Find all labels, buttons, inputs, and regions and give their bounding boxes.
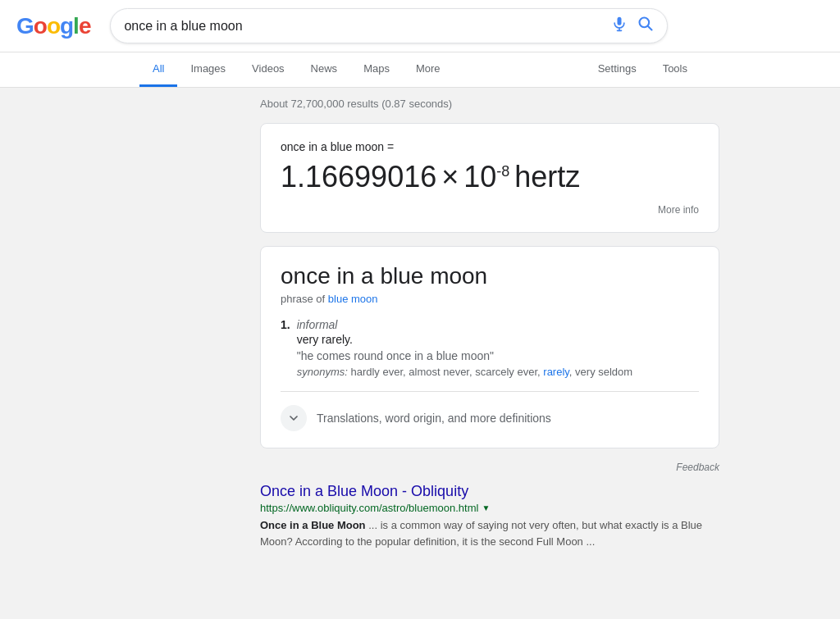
tab-tools[interactable]: Tools bbox=[650, 52, 701, 87]
search-result: Once in a Blue Moon - Obliquity https://… bbox=[260, 483, 719, 549]
chevron-down-icon bbox=[281, 405, 307, 431]
synonyms-label: synonyms: bbox=[297, 366, 348, 378]
main-content: About 72,700,000 results (0.87 seconds) … bbox=[121, 88, 719, 572]
result-snippet-bold: Once in a Blue Moon bbox=[260, 519, 366, 531]
tab-more[interactable]: More bbox=[403, 52, 454, 87]
results-count: About 72,700,000 results (0.87 seconds) bbox=[260, 98, 719, 110]
synonyms-text: hardly ever, almost never, scarcely ever… bbox=[350, 366, 540, 378]
svg-rect-0 bbox=[618, 17, 622, 25]
nav-right: Settings Tools bbox=[585, 52, 701, 87]
logo-g: G bbox=[16, 13, 34, 39]
nav-tabs: All Images Videos News Maps More Setting… bbox=[0, 52, 840, 88]
tab-maps[interactable]: Maps bbox=[350, 52, 403, 87]
def-example: "he comes round once in a blue moon" bbox=[297, 349, 632, 362]
search-input[interactable] bbox=[124, 19, 611, 34]
def-number: 1. bbox=[281, 318, 290, 378]
def-informal: informal bbox=[297, 318, 632, 331]
logo-e: e bbox=[79, 13, 91, 39]
result-url-row: https://www.obliquity.com/astro/bluemoon… bbox=[260, 502, 719, 514]
google-logo[interactable]: Google bbox=[16, 13, 90, 39]
frequency-times: × bbox=[441, 160, 459, 194]
logo-o2: o bbox=[47, 13, 60, 39]
frequency-number: 1.16699016 bbox=[281, 160, 436, 194]
mic-icon[interactable] bbox=[611, 16, 628, 36]
more-info-link[interactable]: More info bbox=[281, 204, 699, 216]
header: Google bbox=[0, 0, 840, 52]
translations-row[interactable]: Translations, word origin, and more defi… bbox=[281, 391, 699, 431]
frequency-exponent: -8 bbox=[496, 163, 509, 180]
tab-settings[interactable]: Settings bbox=[585, 52, 650, 87]
frequency-unit: hertz bbox=[514, 160, 580, 194]
frequency-base: 10 bbox=[463, 160, 496, 193]
logo-g2: g bbox=[60, 13, 73, 39]
frequency-card: once in a blue moon = 1.16699016 × 10-8 … bbox=[260, 123, 719, 233]
frequency-value: 1.16699016 × 10-8 hertz bbox=[281, 160, 699, 194]
def-synonyms: synonyms: hardly ever, almost never, sca… bbox=[297, 366, 632, 378]
frequency-base-exp: 10-8 bbox=[463, 160, 509, 194]
definition-term: once in a blue moon bbox=[281, 263, 699, 289]
logo-o1: o bbox=[34, 13, 47, 39]
search-icons bbox=[611, 16, 654, 36]
result-title-link[interactable]: Once in a Blue Moon - Obliquity bbox=[260, 483, 468, 499]
logo-l: l bbox=[73, 13, 79, 39]
tab-all[interactable]: All bbox=[139, 52, 177, 87]
feedback-label: Feedback bbox=[676, 462, 719, 473]
tab-videos[interactable]: Videos bbox=[239, 52, 298, 87]
search-bar bbox=[110, 8, 668, 43]
result-url: https://www.obliquity.com/astro/bluemoon… bbox=[260, 502, 478, 514]
def-content: informal very rarely. "he comes round on… bbox=[297, 318, 632, 378]
tab-news[interactable]: News bbox=[298, 52, 351, 87]
blue-moon-link[interactable]: blue moon bbox=[328, 293, 378, 305]
feedback-row[interactable]: Feedback bbox=[260, 462, 719, 473]
svg-line-4 bbox=[648, 26, 652, 30]
synonyms-end: , very seldom bbox=[569, 366, 632, 378]
result-snippet: Once in a Blue Moon ... is a common way … bbox=[260, 517, 719, 549]
result-url-dropdown-icon[interactable]: ▼ bbox=[482, 503, 490, 512]
tab-images[interactable]: Images bbox=[177, 52, 239, 87]
frequency-equation: once in a blue moon = bbox=[281, 140, 699, 153]
rarely-link[interactable]: rarely bbox=[543, 366, 569, 378]
definition-phrase-of: phrase of blue moon bbox=[281, 293, 699, 305]
search-button-icon[interactable] bbox=[637, 16, 654, 36]
definition-card: once in a blue moon phrase of blue moon … bbox=[260, 246, 719, 448]
translations-label: Translations, word origin, and more defi… bbox=[317, 412, 551, 425]
definition-item-1: 1. informal very rarely. "he comes round… bbox=[281, 318, 699, 378]
definitions-list: 1. informal very rarely. "he comes round… bbox=[281, 318, 699, 378]
def-meaning: very rarely. bbox=[297, 333, 632, 346]
